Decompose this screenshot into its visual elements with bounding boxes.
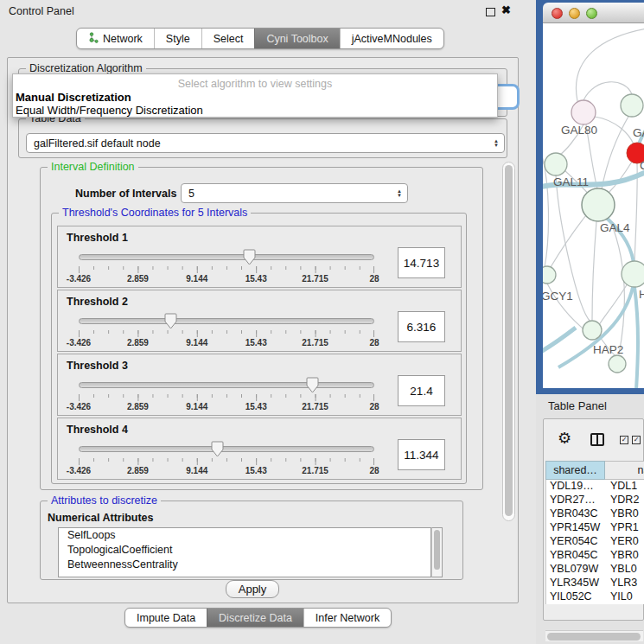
apply-button[interactable]: Apply <box>226 580 279 598</box>
column-header-shared-name[interactable]: shared… <box>545 461 605 480</box>
node-label-partial-top-right: GA <box>633 126 644 139</box>
threshold-label: Threshold 3 <box>67 360 128 372</box>
scrollbar-thumb[interactable] <box>505 165 513 516</box>
threshold-1-value-field[interactable]: 14.713 <box>398 247 445 278</box>
node-gal80[interactable] <box>571 100 596 124</box>
table-horizontal-scrollbar[interactable] <box>545 630 643 641</box>
node-partial-low-right[interactable] <box>622 261 644 287</box>
network-canvas[interactable]: GAL80 GA C GAL11 GAL4 GCY1 H HAP2 <box>543 23 644 388</box>
attributes-to-discretize-group: Attributes to discretize Numerical Attri… <box>40 501 463 580</box>
slider-tick-labels: -3.4262.8599.14415.4321.71528 <box>79 338 374 348</box>
table-row[interactable]: YBL079WYBL0 <box>546 563 644 577</box>
node-label-gcy1: GCY1 <box>543 290 573 303</box>
slider-thumb[interactable] <box>211 441 224 457</box>
slider-tick-labels: -3.4262.8599.14415.4321.71528 <box>79 402 374 412</box>
node-gcy1[interactable] <box>543 266 556 284</box>
cyni-toolbox-panel: Discretization Algorithm Select algorith… <box>7 57 519 603</box>
threshold-3-slider[interactable] <box>79 382 374 389</box>
threshold-label: Threshold 4 <box>67 424 128 436</box>
stepper-icon: ▲▼ <box>488 139 504 148</box>
threshold-2-slider[interactable] <box>79 318 374 325</box>
settings-vertical-scrollbar[interactable] <box>502 162 515 521</box>
table-data-combobox[interactable]: galFiltered.sif default node ▲▼ <box>26 133 505 153</box>
tab-style[interactable]: Style <box>154 29 201 48</box>
float-window-icon[interactable] <box>486 8 495 16</box>
network-window-titlebar <box>543 3 644 23</box>
tab-network[interactable]: Network <box>77 29 154 48</box>
slider-major-ticks <box>79 458 374 465</box>
list-item[interactable]: SelfLoops <box>59 528 430 543</box>
control-panel-window: Control Panel ✖ Network Style Select Cyn… <box>0 0 536 644</box>
node-label-gal4: GAL4 <box>600 221 630 234</box>
close-traffic-light-icon[interactable] <box>552 8 563 19</box>
list-item[interactable]: TopologicalCoefficient <box>59 543 430 558</box>
gear-icon[interactable]: ⚙ <box>558 430 571 446</box>
table-row[interactable]: YER054CYER0 <box>546 535 644 549</box>
table-row[interactable]: YLR345WYLR3 <box>546 577 644 590</box>
number-of-intervals-combobox[interactable]: 5 ▲▼ <box>181 183 408 203</box>
threshold-1-panel: Threshold 1 -3.4262.8599.14415.4321.7152… <box>57 226 462 288</box>
threshold-3-value-field[interactable]: 21.4 <box>398 375 445 406</box>
dropdown-option-equal-width-frequency[interactable]: Equal Width/Frequency Discretization <box>16 104 203 117</box>
tab-discretize-data[interactable]: Discretize Data <box>207 609 303 627</box>
group-title: Attributes to discretize <box>48 494 161 507</box>
table-toolbar: ⚙ ✓ ✓ <box>544 419 643 461</box>
network-view-window: GAL80 GA C GAL11 GAL4 GCY1 H HAP2 <box>536 0 644 394</box>
table-row[interactable]: YDL19…YDL1 <box>546 480 644 494</box>
list-vertical-scrollbar[interactable] <box>431 527 443 577</box>
table-row[interactable]: YIL052CYIL0 <box>546 590 644 604</box>
column-header-name[interactable]: na <box>605 461 644 480</box>
dropdown-option-manual-discretization[interactable]: Manual Discretization <box>16 91 131 104</box>
tab-impute-data[interactable]: Impute Data <box>125 609 207 627</box>
algorithm-dropdown-popup: Select algorithm to view settings Manual… <box>12 73 498 118</box>
node-partial-top-right[interactable] <box>621 94 643 117</box>
split-columns-icon[interactable] <box>590 433 604 446</box>
tab-label: Discretize Data <box>219 612 292 624</box>
threshold-4-value-field[interactable]: 11.344 <box>398 439 445 470</box>
numerical-attributes-label: Numerical Attributes <box>48 512 153 524</box>
node-gal4[interactable] <box>582 188 615 221</box>
scrollbar-thumb[interactable] <box>434 530 440 570</box>
close-icon[interactable]: ✖ <box>501 3 511 16</box>
tab-cyni-toolbox[interactable]: Cyni Toolbox <box>254 29 339 48</box>
checkbox-icon[interactable]: ✓ <box>620 436 628 444</box>
threshold-4-slider[interactable] <box>79 446 374 453</box>
tab-jactivemnodules[interactable]: jActiveMNodules <box>340 29 443 48</box>
slider-tick-labels: -3.4262.8599.14415.4321.71528 <box>79 466 374 476</box>
table-row[interactable]: YDR27…YDR2 <box>546 494 644 507</box>
list-item[interactable]: BetweennessCentrality <box>59 558 430 572</box>
slider-track[interactable] <box>79 382 374 388</box>
group-title: Interval Definition <box>48 161 138 173</box>
slider-thumb[interactable] <box>243 249 256 265</box>
node-bottom-partial[interactable] <box>609 355 626 373</box>
tab-label: Style <box>166 33 190 45</box>
tab-label: Cyni Toolbox <box>266 33 328 45</box>
slider-major-ticks <box>79 394 374 401</box>
threshold-1-slider[interactable] <box>79 254 374 261</box>
table-row[interactable]: YBR045CYBR0 <box>546 549 644 563</box>
table-panel: Table Panel ⚙ ✓ ✓ shared… na YDL19…YDL1 … <box>536 394 644 644</box>
top-tab-bar: Network Style Select Cyni Toolbox jActiv… <box>76 28 444 49</box>
table-row[interactable]: YBR043CYBR0 <box>546 507 644 521</box>
slider-track[interactable] <box>79 254 374 260</box>
slider-thumb[interactable] <box>164 313 177 329</box>
node-hap2[interactable] <box>583 321 602 340</box>
tab-label: jActiveMNodules <box>352 33 432 45</box>
zoom-traffic-light-icon[interactable] <box>586 8 597 19</box>
threshold-3-panel: Threshold 3 -3.4262.8599.14415.4321.7152… <box>57 354 462 416</box>
minimize-traffic-light-icon[interactable] <box>569 8 580 19</box>
interval-definition-group: Interval Definition Number of Intervals … <box>40 167 483 490</box>
tab-select[interactable]: Select <box>201 29 255 48</box>
numerical-attributes-list[interactable]: SelfLoops TopologicalCoefficient Between… <box>58 527 431 577</box>
checkbox-icon[interactable]: ✓ <box>632 436 641 444</box>
slider-track[interactable] <box>79 446 374 452</box>
table-panel-body: ⚙ ✓ ✓ shared… na YDL19…YDL1 YDR27…YDR2 Y… <box>543 418 644 621</box>
slider-track[interactable] <box>79 318 374 324</box>
node-gal11[interactable] <box>545 153 567 175</box>
slider-thumb[interactable] <box>306 377 319 393</box>
scrollbar-thumb[interactable] <box>547 633 641 641</box>
threshold-2-value-field[interactable]: 6.316 <box>398 311 445 342</box>
screen: Control Panel ✖ Network Style Select Cyn… <box>0 0 644 644</box>
tab-infer-network[interactable]: Infer Network <box>303 609 391 627</box>
table-row[interactable]: YPR145WYPR1 <box>546 521 644 535</box>
